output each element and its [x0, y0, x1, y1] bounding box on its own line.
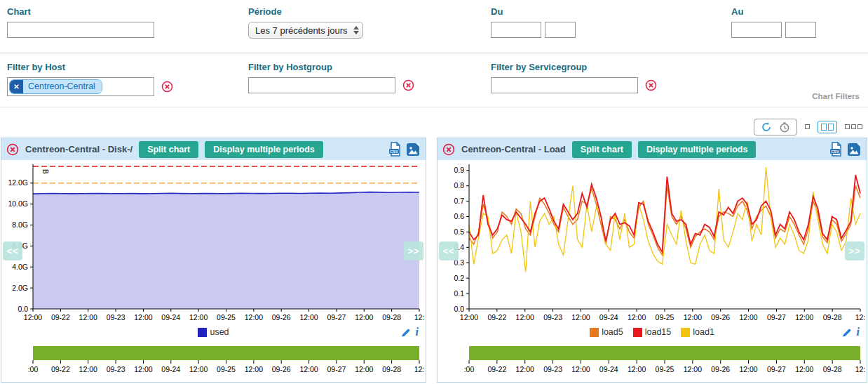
charts-toolbar	[0, 107, 868, 138]
svg-text::00: :00	[28, 365, 39, 373]
info-icon[interactable]: i	[857, 326, 860, 338]
du-date-input[interactable]	[491, 22, 541, 38]
svg-text:09-25: 09-25	[217, 365, 236, 373]
edit-icon[interactable]	[841, 327, 852, 338]
legend-label: load1	[693, 327, 714, 337]
periode-label: Période	[248, 6, 363, 17]
svg-text:09-28: 09-28	[823, 365, 842, 373]
legend-item[interactable]: used	[198, 327, 229, 337]
svg-text:12:00: 12:00	[245, 313, 263, 322]
svg-text:10.0G: 10.0G	[8, 199, 28, 208]
export-image-icon[interactable]	[406, 143, 420, 157]
svg-text:09-27: 09-27	[767, 365, 786, 373]
svg-text:12:00: 12:00	[516, 365, 534, 373]
svg-text:2.0G: 2.0G	[12, 284, 28, 292]
status-timeline: :0009-2212:0009-2312:0009-2412:0009-2512…	[438, 346, 867, 376]
remove-host-tag-icon[interactable]: ✕	[10, 80, 23, 93]
svg-text:12:: 12:	[414, 313, 425, 322]
svg-text:09-27: 09-27	[767, 313, 786, 322]
svg-text:12:00: 12:00	[795, 313, 813, 322]
au-time-input[interactable]	[785, 22, 816, 38]
svg-text:12:00: 12:00	[245, 365, 263, 373]
svg-text:12:00: 12:00	[134, 313, 152, 322]
layout-one-column-button[interactable]	[805, 124, 810, 129]
hostgroup-filter-input[interactable]	[248, 77, 395, 93]
svg-text:12:00: 12:00	[79, 313, 97, 322]
split-chart-button[interactable]: Split chart	[139, 141, 198, 158]
svg-text:09-28: 09-28	[823, 313, 842, 322]
export-image-icon[interactable]	[847, 143, 861, 157]
svg-text:09-28: 09-28	[382, 365, 401, 373]
periode-selected-value: Les 7 précédents jours	[255, 25, 348, 36]
legend-item[interactable]: load5	[590, 327, 623, 337]
svg-text:8.0G: 8.0G	[12, 220, 28, 229]
disk-chart-plot[interactable]: 0.02.0G4.0G6.0G8.0G10.0G12.0G12:0009-221…	[1, 160, 426, 324]
host-filter-input[interactable]: ✕ Centreon-Central	[7, 77, 154, 96]
legend-swatch	[590, 328, 599, 337]
split-chart-button[interactable]: Split chart	[572, 141, 632, 158]
svg-text:09-24: 09-24	[161, 365, 180, 373]
chart-title: Centreon-Central - Load	[461, 144, 566, 154]
remove-chart-icon[interactable]	[442, 143, 455, 156]
scroll-left-button[interactable]: <<	[3, 241, 22, 260]
du-time-input[interactable]	[545, 22, 576, 38]
clock-icon[interactable]	[779, 121, 790, 133]
svg-text:0.9: 0.9	[454, 166, 464, 174]
charts-grid: Centreon-Central - Disk-/ Split chart Di…	[0, 138, 868, 383]
display-multiple-periods-button[interactable]: Display multiple periods	[638, 141, 756, 158]
export-csv-icon[interactable]: CSV	[829, 142, 843, 157]
svg-text:12.0G: 12.0G	[8, 178, 28, 187]
display-multiple-periods-button[interactable]: Display multiple periods	[205, 141, 323, 158]
chart-legend: load5load15load1	[590, 327, 714, 337]
chart-title: Centreon-Central - Disk-/	[25, 144, 133, 154]
filter-by-hostgroup-label: Filter by Hostgroup	[248, 62, 414, 72]
load-chart-plot[interactable]: 0.00.10.20.30.40.50.60.70.80.912:0009-22…	[438, 160, 867, 324]
legend-item[interactable]: load1	[681, 327, 714, 337]
chart-filter-label: Chart	[7, 6, 154, 17]
au-date-input[interactable]	[731, 22, 782, 38]
scroll-right-button[interactable]: >>	[845, 241, 864, 260]
chart-filters-panel: Chart Période Les 7 précédents jours Du …	[0, 0, 868, 107]
svg-text:09-23: 09-23	[107, 365, 126, 373]
load-chart-panel: Centreon-Central - Load Split chart Disp…	[437, 138, 867, 383]
svg-text:09-23: 09-23	[543, 365, 562, 373]
svg-text:09-26: 09-26	[711, 365, 730, 373]
svg-text:B: B	[41, 169, 49, 174]
servicegroup-filter-input[interactable]	[491, 77, 638, 93]
refresh-controls-group	[754, 119, 797, 135]
svg-text:09-25: 09-25	[656, 365, 674, 373]
svg-text:0.5: 0.5	[454, 227, 464, 236]
refresh-icon[interactable]	[761, 121, 772, 133]
clear-host-filter-icon[interactable]	[161, 81, 173, 93]
au-label: Au	[731, 6, 816, 17]
periode-select[interactable]: Les 7 précédents jours	[248, 22, 363, 39]
layout-two-columns-button[interactable]	[818, 121, 837, 133]
svg-text:09-22: 09-22	[51, 365, 70, 373]
scroll-left-button[interactable]: <<	[439, 241, 459, 260]
chart-legend: used	[198, 327, 229, 337]
info-icon[interactable]: i	[416, 326, 419, 338]
chart-filter-input[interactable]	[7, 22, 154, 38]
svg-text:09-27: 09-27	[327, 313, 346, 322]
clear-hostgroup-filter-icon[interactable]	[402, 79, 414, 91]
export-csv-icon[interactable]: CSV	[388, 142, 402, 157]
load-chart-header: Centreon-Central - Load Split chart Disp…	[438, 138, 867, 160]
host-tag: ✕ Centreon-Central	[9, 79, 102, 94]
svg-text:0.1: 0.1	[454, 289, 464, 298]
svg-text:4.0G: 4.0G	[12, 263, 28, 271]
legend-item[interactable]: load15	[633, 327, 672, 337]
svg-text:12:00: 12:00	[571, 313, 590, 322]
remove-chart-icon[interactable]	[6, 143, 19, 156]
clear-servicegroup-filter-icon[interactable]	[645, 79, 657, 91]
edit-icon[interactable]	[400, 327, 411, 338]
svg-text:09-24: 09-24	[599, 365, 618, 373]
legend-label: load15	[645, 327, 672, 337]
scroll-right-button[interactable]: >>	[404, 241, 423, 260]
filters-divider	[0, 53, 868, 53]
layout-three-columns-button[interactable]	[845, 124, 862, 129]
svg-text:0.0: 0.0	[454, 305, 464, 313]
svg-text:12:00: 12:00	[516, 313, 534, 322]
svg-text:12:00: 12:00	[684, 313, 702, 322]
svg-text:12:00: 12:00	[628, 365, 646, 373]
svg-text:09-22: 09-22	[487, 365, 506, 373]
